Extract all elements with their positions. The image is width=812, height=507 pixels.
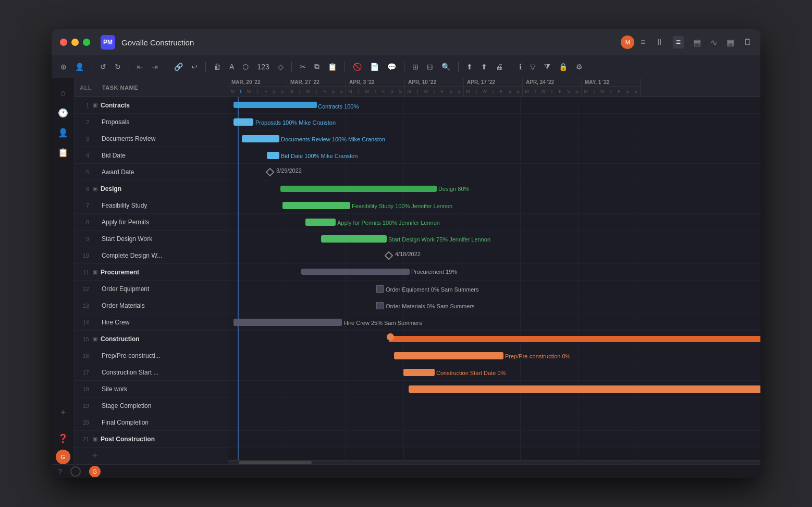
link-btn[interactable]: 🔗 — [171, 61, 186, 73]
gantt-bar-site-work[interactable] — [409, 385, 760, 393]
unlink-btn[interactable]: ↩ — [189, 61, 200, 73]
user-avatar[interactable]: M — [621, 35, 634, 49]
gantt-bar-feasibility[interactable] — [282, 202, 350, 209]
table-row[interactable]: 6 ▣ Design — [75, 180, 228, 197]
sidebar-add[interactable]: ＋ — [55, 404, 71, 420]
info-btn[interactable]: ℹ — [516, 61, 524, 73]
print-btn[interactable]: 🖨 — [493, 61, 506, 73]
table-row[interactable]: 1 ▣ Contracts — [75, 97, 228, 114]
add-task-row[interactable]: ＋ — [75, 448, 228, 462]
menu-icon[interactable]: ≡ — [641, 38, 645, 47]
table-row[interactable]: 5 Award Date — [75, 164, 228, 180]
paste-btn[interactable]: 📋 — [325, 61, 339, 73]
outdent-btn[interactable]: ⇤ — [134, 61, 146, 73]
font-btn[interactable]: A — [227, 61, 237, 73]
cut-btn[interactable]: ✂ — [297, 61, 309, 73]
doc-icon[interactable]: 🗒 — [744, 38, 752, 47]
gantt-bar-proposals[interactable] — [233, 118, 253, 126]
gantt-bar-contracts[interactable] — [233, 102, 317, 108]
day-label: F — [497, 87, 506, 96]
color-btn[interactable]: ⬡ — [240, 61, 251, 73]
sidebar-recent[interactable]: 🕐 — [55, 104, 71, 121]
day-label: W — [598, 87, 607, 96]
table-row[interactable]: 12 Order Equipment — [75, 281, 228, 297]
calendar-icon[interactable]: ▦ — [727, 38, 734, 47]
sidebar-user[interactable]: G — [56, 450, 70, 464]
table-row[interactable]: 21 ▣ Post Construction — [75, 431, 228, 448]
table-row[interactable]: 11 ▣ Procurement — [75, 264, 228, 281]
settings-btn[interactable]: ⚙ — [573, 61, 585, 73]
table-btn[interactable]: ⊟ — [424, 61, 436, 73]
undo-btn[interactable]: ↺ — [97, 61, 109, 73]
delete-btn[interactable]: 🗑 — [211, 61, 224, 73]
gantt-bar-bid[interactable] — [267, 152, 279, 159]
table-row[interactable]: 19 Stage Completion — [75, 397, 228, 414]
gantt-bar-start-design[interactable] — [321, 235, 387, 243]
gantt-bar-docs[interactable] — [242, 135, 279, 142]
day-label: S — [455, 87, 463, 96]
table-row[interactable]: 7 Feasibility Study — [75, 197, 228, 214]
sidebar-docs[interactable]: 📋 — [55, 144, 71, 161]
table-row[interactable]: 2 Proposals — [75, 114, 228, 130]
gantt-bar-procurement[interactable] — [301, 269, 410, 275]
gantt-bar-order-mat[interactable] — [376, 302, 384, 309]
day-label: M — [228, 87, 237, 96]
table-row[interactable]: 17 Construction Start ... — [75, 364, 228, 381]
maximize-button[interactable] — [83, 39, 90, 46]
indent-btn[interactable]: ⇥ — [149, 61, 161, 73]
chart-icon[interactable]: ∿ — [710, 38, 717, 47]
no-link-btn[interactable]: 🚫 — [350, 61, 364, 73]
table-row[interactable]: 10 Complete Design W... — [75, 247, 228, 264]
export-btn[interactable]: ⬆ — [464, 61, 475, 73]
table-row[interactable]: 3 Documents Review — [75, 130, 228, 147]
notes-btn[interactable]: 📄 — [367, 61, 382, 73]
copy-btn[interactable]: ⧉ — [312, 61, 322, 73]
gantt-bar-construction-group[interactable] — [389, 336, 760, 342]
table-row[interactable]: 20 Final Completion — [75, 414, 228, 431]
add-task-btn[interactable]: ⊕ — [58, 61, 69, 73]
sep2 — [129, 62, 129, 72]
number-btn[interactable]: 123 — [254, 61, 272, 73]
table-row[interactable]: 4 Bid Date — [75, 147, 228, 164]
statusbar-question-icon[interactable]: ? — [58, 467, 62, 476]
view-toolbar: ≡ ⏸ ≡ ▤ ∿ ▦ 🗒 — [641, 36, 752, 49]
statusbar-user-icon[interactable]: G — [89, 466, 101, 477]
add-user-btn[interactable]: 👤 — [72, 61, 87, 73]
shape-btn[interactable]: ◇ — [275, 61, 286, 73]
share-btn[interactable]: ⬆ — [478, 61, 490, 73]
table-row[interactable]: 18 Site work — [75, 381, 228, 397]
gantt-bar-hire-crew[interactable] — [233, 319, 342, 326]
table-view-icon[interactable]: ▤ — [693, 38, 701, 47]
grid-btn[interactable]: ⊞ — [410, 61, 421, 73]
redo-btn[interactable]: ↻ — [112, 61, 124, 73]
gantt-bar-const-start[interactable] — [403, 369, 435, 376]
week-label: MAR, 20 '22 — [228, 78, 287, 87]
close-button[interactable] — [60, 39, 67, 46]
sep6 — [345, 62, 345, 72]
panels-icon[interactable]: ⏸ — [655, 38, 663, 47]
filter-btn[interactable]: ▽ — [527, 61, 538, 73]
gantt-bar-permits[interactable] — [305, 219, 336, 226]
gantt-bar-label-const-start: Construction Start Date 0% — [436, 370, 506, 376]
lock-btn[interactable]: 🔒 — [556, 61, 570, 73]
table-row[interactable]: 9 Start Design Work — [75, 231, 228, 247]
gantt-scrollbar[interactable] — [228, 460, 760, 464]
table-row[interactable]: 8 Apply for Permits — [75, 214, 228, 231]
comment-btn[interactable]: 💬 — [385, 61, 399, 73]
sidebar-home[interactable]: ⌂ — [55, 84, 71, 101]
table-row[interactable]: 16 Prep/Pre-constructi... — [75, 347, 228, 364]
gantt-grid-bg — [228, 97, 760, 460]
table-row[interactable]: 15 ▣ Construction — [75, 331, 228, 347]
search-btn[interactable]: 🔍 — [439, 61, 453, 73]
table-row[interactable]: 13 Order Materials — [75, 297, 228, 314]
gantt-bar-order-equip[interactable] — [376, 285, 384, 293]
table-row[interactable]: 14 Hire Crew — [75, 314, 228, 331]
gantt-bar-prep[interactable] — [394, 352, 503, 359]
sidebar-people[interactable]: 👤 — [55, 124, 71, 141]
gantt-bar-label-start-design: Start Design Work 75% Jennifer Lennon — [388, 236, 490, 243]
gantt-bar-design-group[interactable] — [280, 186, 437, 192]
gantt-view-icon[interactable]: ≡ — [673, 36, 684, 49]
filter2-btn[interactable]: ⧩ — [542, 61, 553, 73]
sidebar-help[interactable]: ❓ — [55, 430, 71, 446]
minimize-button[interactable] — [71, 39, 79, 46]
